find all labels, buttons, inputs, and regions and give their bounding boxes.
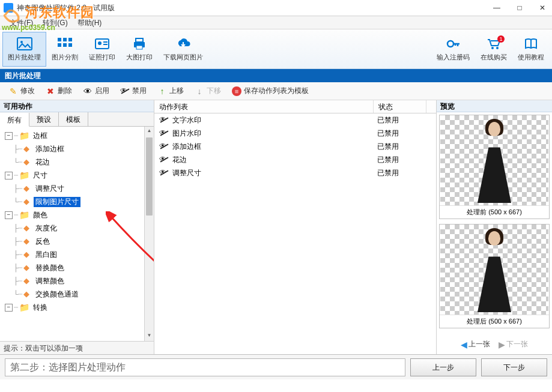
tree-container: −┈📁边框 ├┈添加边框 └┈花边 −┈📁尺寸 ├┈调整尺寸 └┈限制图片尺寸 … [0,127,154,341]
action-edit-label: 修改 [20,86,35,96]
tree-node-border[interactable]: −┈📁边框 [1,129,153,142]
preview-before-box: 处理前 (500 x 667) [439,115,550,219]
arrow-down-icon: ↓ [195,86,204,96]
tree-node-adjust-color[interactable]: ├┈调整颜色 [1,274,153,288]
tree-label: 调整尺寸 [34,184,66,194]
preview-after-image [440,225,548,315]
tree-label: 颜色 [31,210,49,220]
tool-batch[interactable]: 图片批处理 [2,32,46,67]
tool-tutorial[interactable]: 使用教程 [512,32,550,67]
svg-rect-4 [68,38,72,41]
titlebar: 神奇图像处理软件 2.0 - 试用版 — □ ✕ [0,0,552,16]
tool-batch-label: 图片批处理 [8,53,41,62]
action-delete[interactable]: ✖删除 [41,84,77,98]
svg-rect-11 [103,44,108,45]
scroll-up-icon[interactable]: ▲ [145,127,154,136]
step-bar: 第二步：选择图片处理动作 上一步 下一步 [0,354,552,379]
tree-node-size[interactable]: −┈📁尺寸 [1,169,153,182]
tree-node-color[interactable]: −┈📁颜色 [1,208,153,222]
tool-bigprint[interactable]: 大图打印 [121,32,158,67]
tool-split[interactable]: 图片分割 [46,32,83,67]
svg-point-9 [98,41,102,45]
action-movedown[interactable]: ↓下移 [190,84,226,98]
preview-after-box: 处理后 (500 x 667) [439,224,550,328]
svg-rect-0 [17,38,32,50]
pencil-icon: ✎ [8,86,18,96]
tree-node-swap-channels[interactable]: └┈交换颜色通道 [1,288,153,301]
folder-icon: 📁 [19,210,29,220]
collapse-icon[interactable]: − [5,304,13,312]
action-bar: ✎修改 ✖删除 👁启用 禁用 ↑上移 ↓下移 ≡保存动作列表为模板 [0,82,552,100]
tree-label: 尺寸 [31,170,49,181]
svg-point-17 [496,47,499,49]
tree-label-selected: 限制图片尺寸 [34,197,80,207]
next-image-button[interactable]: ▶下一张 [496,338,530,351]
cube-icon [23,264,32,272]
action-disable[interactable]: 禁用 [115,84,151,98]
tree-label: 黑白图 [34,250,59,260]
minimize-button[interactable]: — [491,4,503,12]
tree-node-limit-size[interactable]: └┈限制图片尺寸 [1,195,153,208]
preview-before-caption: 处理前 (500 x 667) [440,205,549,219]
scroll-down-icon[interactable]: ▼ [145,331,154,341]
scroll-thumb[interactable] [146,137,153,216]
prev-image-button[interactable]: ◀上一张 [458,338,493,351]
action-enable[interactable]: 👁启用 [78,84,114,98]
collapse-icon[interactable]: − [5,211,13,219]
svg-rect-10 [103,41,108,43]
collapse-icon[interactable]: − [5,172,13,179]
tab-preset[interactable]: 预设 [29,112,59,126]
close-button[interactable]: ✕ [536,4,548,12]
cube-icon [23,277,32,285]
next-step-button[interactable]: 下一步 [481,358,547,376]
tree-node-invert[interactable]: ├┈反色 [1,235,153,248]
tree-node-resize[interactable]: ├┈调整尺寸 [1,182,153,195]
list-item[interactable]: 调整尺寸已禁用 [154,166,436,179]
action-tree[interactable]: −┈📁边框 ├┈添加边框 └┈花边 −┈📁尺寸 ├┈调整尺寸 └┈限制图片尺寸 … [0,127,154,341]
tool-regcode[interactable]: 输入注册码 [431,32,475,67]
svg-rect-7 [68,43,72,47]
tool-download-label: 下载网页图片 [163,53,203,62]
tool-buy-label: 在线购买 [481,53,507,62]
tree-node-grayscale[interactable]: ├┈灰度化 [1,222,153,235]
eye-slash-icon [159,116,169,124]
action-moveup[interactable]: ↑上移 [153,84,189,98]
tree-scrollbar[interactable]: ▲ ▼ [144,127,154,341]
menu-file[interactable]: 文件(F) [5,16,38,29]
prev-step-button[interactable]: 上一步 [410,358,476,376]
tab-template[interactable]: 模板 [59,112,88,126]
cube-icon [23,224,32,232]
menu-help[interactable]: 帮助(H) [73,16,107,29]
col-action[interactable]: 动作列表 [154,100,374,113]
svg-point-15 [447,41,453,47]
maximize-button[interactable]: □ [514,4,526,12]
tool-download[interactable]: 下载网页图片 [158,32,208,67]
tool-idprint[interactable]: 证照打印 [83,32,121,67]
svg-rect-14 [136,46,142,49]
center-panel: 动作列表 状态 文字水印已禁用 图片水印已禁用 添加边框已禁用 花边已禁用 调整… [154,100,437,354]
tree-node-add-border[interactable]: ├┈添加边框 [1,142,153,155]
row-name: 文字水印 [172,115,201,125]
col-status[interactable]: 状态 [374,100,426,113]
collapse-icon[interactable]: − [5,132,13,140]
list-item[interactable]: 花边已禁用 [154,153,436,166]
menu-goto[interactable]: 转到(G) [38,16,72,29]
list-item[interactable]: 图片水印已禁用 [154,127,436,140]
svg-point-1 [20,41,23,43]
cube-icon [23,250,32,259]
list-item[interactable]: 文字水印已禁用 [154,113,436,127]
tree-node-replace-color[interactable]: ├┈替换颜色 [1,261,153,274]
action-edit[interactable]: ✎修改 [4,84,40,98]
action-list[interactable]: 文字水印已禁用 图片水印已禁用 添加边框已禁用 花边已禁用 调整尺寸已禁用 [154,113,436,354]
main-area: 可用动作 所有 预设 模板 −┈📁边框 ├┈添加边框 └┈花边 −┈📁尺寸 ├┈… [0,100,552,354]
tool-idprint-label: 证照打印 [89,53,115,62]
list-item[interactable]: 添加边框已禁用 [154,140,436,153]
tree-node-transform[interactable]: −┈📁转换 [1,301,153,314]
tree-node-bw[interactable]: ├┈黑白图 [1,248,153,261]
tab-all[interactable]: 所有 [0,113,29,127]
action-save-template[interactable]: ≡保存动作列表为模板 [227,84,314,98]
tree-node-lace[interactable]: └┈花边 [1,155,153,169]
cart-icon [485,37,502,51]
tool-buy[interactable]: 在线购买 [475,32,512,67]
next-label: 下一张 [506,339,528,349]
